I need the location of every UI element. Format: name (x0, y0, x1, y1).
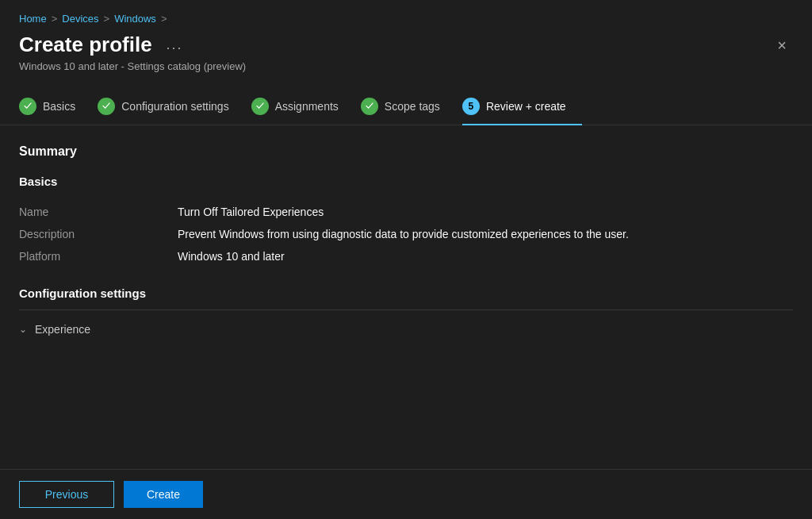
divider (19, 309, 793, 310)
wizard-step-scope[interactable]: Scope tags (361, 88, 456, 125)
breadcrumb-sep-3: > (161, 13, 167, 25)
ellipsis-button[interactable]: ... (160, 33, 190, 56)
page-title: Create profile (19, 33, 152, 57)
label-desc: Description (19, 228, 178, 240)
summary-heading: Summary (19, 144, 793, 159)
summary-table: Name Turn Off Tailored Experiences Descr… (19, 201, 793, 267)
wizard-nav: Basics Configuration settings Assignment… (0, 88, 812, 125)
experience-label: Experience (35, 323, 90, 336)
step-label-config: Configuration settings (121, 100, 228, 113)
title-row: Create profile ... × (19, 33, 793, 57)
footer: Previous Create (0, 469, 812, 519)
chevron-down-icon: ⌄ (19, 324, 27, 335)
wizard-step-assignments[interactable]: Assignments (251, 88, 354, 125)
step-icon-assignments (251, 98, 269, 115)
experience-row[interactable]: ⌄ Experience (19, 323, 793, 336)
title-left: Create profile ... (19, 33, 190, 57)
value-platform: Windows 10 and later (178, 250, 793, 263)
breadcrumb: Home > Devices > Windows > (19, 13, 793, 25)
step-icon-basics (19, 98, 36, 115)
main-content: Summary Basics Name Turn Off Tailored Ex… (0, 125, 812, 469)
wizard-step-config[interactable]: Configuration settings (98, 88, 244, 125)
breadcrumb-sep-2: > (104, 13, 110, 25)
step-label-review: Review + create (486, 100, 566, 113)
step-icon-scope (361, 98, 378, 115)
step-icon-config (98, 98, 115, 115)
breadcrumb-home[interactable]: Home (19, 13, 47, 25)
config-heading: Configuration settings (19, 286, 793, 300)
breadcrumb-sep-1: > (52, 13, 58, 25)
step-icon-review: 5 (462, 98, 480, 115)
previous-button[interactable]: Previous (19, 481, 114, 508)
label-platform: Platform (19, 250, 178, 263)
breadcrumb-windows[interactable]: Windows (114, 13, 156, 25)
wizard-step-review[interactable]: 5 Review + create (462, 88, 582, 125)
value-name: Turn Off Tailored Experiences (178, 206, 793, 218)
basics-heading: Basics (19, 175, 793, 188)
summary-row-desc: Description Prevent Windows from using d… (19, 223, 793, 245)
page-container: Home > Devices > Windows > Create profil… (0, 0, 812, 519)
value-desc: Prevent Windows from using diagnostic da… (178, 228, 793, 240)
summary-row-name: Name Turn Off Tailored Experiences (19, 201, 793, 223)
step-label-scope: Scope tags (385, 100, 440, 113)
breadcrumb-devices[interactable]: Devices (62, 13, 98, 25)
step-label-assignments: Assignments (275, 100, 339, 113)
wizard-step-basics[interactable]: Basics (19, 88, 91, 125)
header: Home > Devices > Windows > Create profil… (0, 0, 812, 88)
subtitle: Windows 10 and later - Settings catalog … (19, 60, 793, 72)
close-button[interactable]: × (771, 34, 793, 56)
label-name: Name (19, 206, 178, 218)
summary-row-platform: Platform Windows 10 and later (19, 245, 793, 267)
create-button[interactable]: Create (124, 481, 203, 508)
step-label-basics: Basics (43, 100, 75, 113)
